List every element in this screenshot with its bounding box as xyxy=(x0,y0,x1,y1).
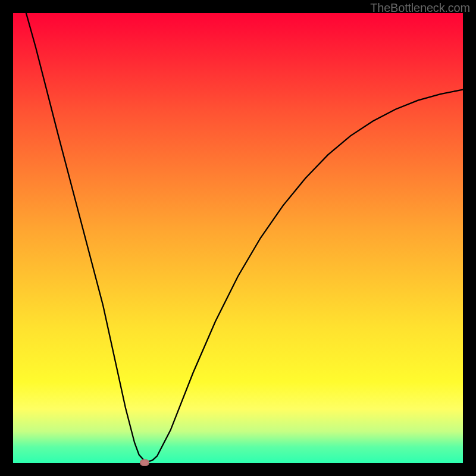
plot-area xyxy=(13,13,463,463)
optimal-point-marker xyxy=(140,459,149,466)
plot-svg xyxy=(13,13,463,463)
chart-frame: TheBottleneck.com xyxy=(0,0,476,476)
plot-background xyxy=(13,13,463,463)
